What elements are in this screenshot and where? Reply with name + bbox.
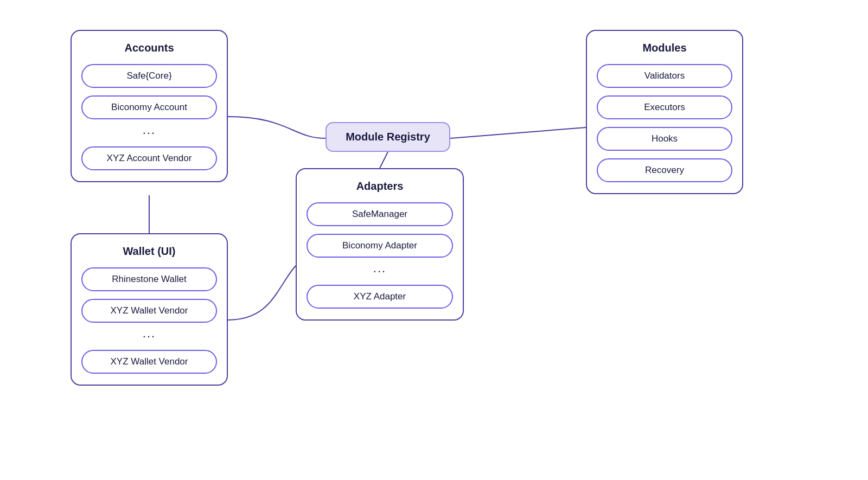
accounts-item-1: Biconomy Account [81,95,217,119]
diagram-container: Accounts Safe{Core} Biconomy Account ···… [0,0,868,480]
accounts-title: Accounts [124,42,174,54]
modules-box: Modules Validators Executors Hooks Recov… [586,30,743,194]
adapters-item-1: Biconomy Adapter [307,234,453,258]
adapters-item-0: SafeManager [307,202,453,226]
adapters-box: Adapters SafeManager Biconomy Adapter ··… [296,168,464,321]
adapters-dots: ··· [373,265,386,277]
registry-label: Module Registry [346,131,430,143]
modules-item-0: Validators [597,64,732,88]
adapters-item-2: XYZ Adapter [307,285,453,309]
accounts-box: Accounts Safe{Core} Biconomy Account ···… [71,30,228,182]
accounts-item-0: Safe{Core} [81,64,217,88]
modules-item-3: Recovery [597,158,732,182]
adapters-title: Adapters [356,180,404,193]
accounts-item-2: XYZ Account Vendor [81,146,217,170]
svg-line-1 [450,127,586,138]
accounts-dots: ··· [143,127,156,139]
wallet-item-1: XYZ Wallet Vendor [81,299,217,323]
modules-item-2: Hooks [597,127,732,151]
wallet-item-0: Rhinestone Wallet [81,267,217,291]
wallet-item-2: XYZ Wallet Vendor [81,350,217,374]
wallet-dots: ··· [143,330,156,342]
modules-title: Modules [642,42,686,54]
wallet-box: Wallet (UI) Rhinestone Wallet XYZ Wallet… [71,233,228,386]
modules-item-1: Executors [597,95,732,119]
svg-line-2 [380,152,388,168]
wallet-title: Wallet (UI) [123,245,175,258]
registry-box: Module Registry [326,122,450,152]
